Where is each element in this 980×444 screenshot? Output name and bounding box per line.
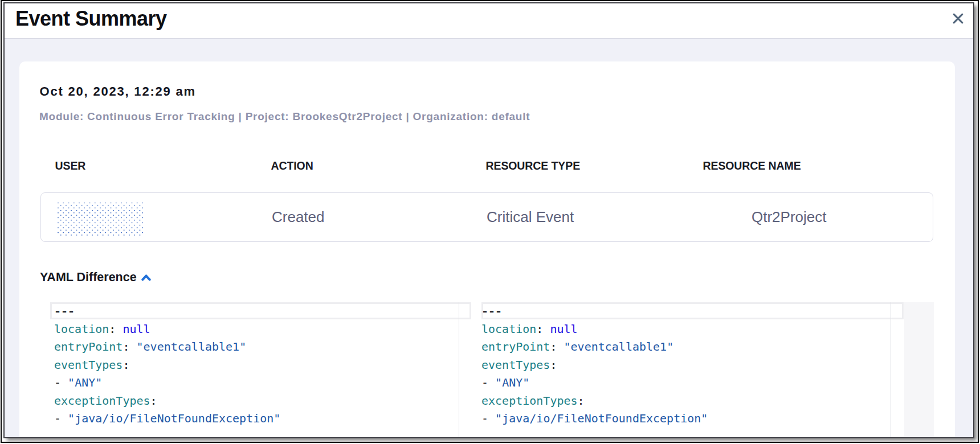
diff-right-pane-border — [891, 302, 891, 437]
code-line: exceptionTypes: — [54, 392, 280, 410]
code-line: --- — [481, 302, 708, 320]
column-header-action: ACTION — [271, 159, 313, 172]
redacted-user — [58, 202, 144, 236]
page: Event Summary Oct 20, 2023, 12:29 am Mod… — [0, 0, 980, 444]
yaml-difference-label: YAML Difference — [40, 270, 137, 285]
yaml-difference-header: YAML Difference — [40, 270, 151, 285]
event-timestamp: Oct 20, 2023, 12:29 am — [40, 84, 196, 100]
modal-body: Oct 20, 2023, 12:29 am Module: Continuou… — [5, 39, 973, 437]
chevron-up-icon — [141, 274, 151, 281]
code-line: - "ANY" — [481, 374, 708, 392]
cell-resource-type: Critical Event — [487, 193, 574, 241]
modal-header: Event Summary — [5, 3, 973, 38]
code-line: - "ANY" — [54, 374, 280, 392]
event-summary-modal: Event Summary Oct 20, 2023, 12:29 am Mod… — [3, 2, 974, 438]
table-row: Created Critical Event Qtr2Project — [40, 192, 933, 242]
column-header-resource-name: RESOURCE NAME — [703, 159, 801, 172]
code-line: - "java/io/FileNotFoundException" — [54, 410, 280, 428]
code-line: exceptionTypes: — [481, 392, 708, 410]
code-line: - "java/io/FileNotFoundException" — [481, 410, 708, 428]
code-line: --- — [54, 302, 280, 320]
diff-left-pane-border — [459, 302, 459, 437]
column-header-resource-type: RESOURCE TYPE — [486, 159, 581, 172]
code-line: eventTypes: — [54, 356, 280, 375]
code-line: entryPoint: "eventcallable1" — [54, 338, 280, 356]
event-meta: Module: Continuous Error Tracking | Proj… — [39, 109, 530, 124]
yaml-collapse-toggle[interactable] — [141, 274, 151, 281]
yaml-diff-view: ---location: nullentryPoint: "eventcalla… — [19, 302, 955, 438]
code-line: eventTypes: — [481, 356, 708, 375]
cell-action: Created — [272, 193, 325, 241]
x-icon — [953, 13, 963, 24]
cell-resource-name: Qtr2Project — [752, 193, 827, 241]
event-card: Oct 20, 2023, 12:29 am Module: Continuou… — [19, 61, 955, 439]
modal-title: Event Summary — [15, 5, 167, 32]
diff-left-pane[interactable]: ---location: nullentryPoint: "eventcalla… — [54, 302, 280, 428]
column-header-user: USER — [55, 159, 86, 172]
code-line: location: null — [54, 320, 280, 339]
close-button[interactable] — [950, 11, 965, 26]
code-line: location: null — [481, 320, 708, 339]
diff-scrollbar-strip — [904, 302, 934, 437]
diff-right-pane[interactable]: ---location: nullentryPoint: "eventcalla… — [481, 302, 708, 428]
code-line: entryPoint: "eventcallable1" — [481, 338, 708, 356]
